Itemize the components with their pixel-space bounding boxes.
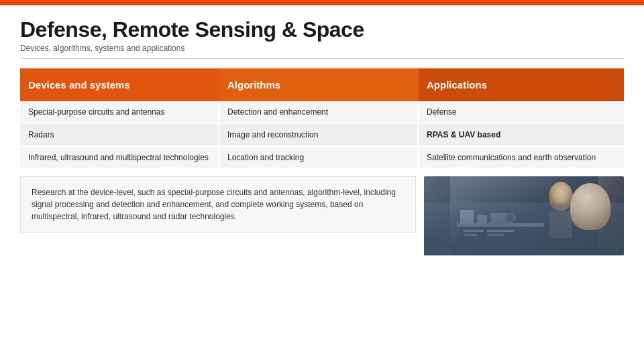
table-header-row: Devices and systems Algorithms Applicati… [20, 68, 624, 101]
row1-col1: Special-purpose circuits and antennas [20, 101, 219, 124]
svg-point-8 [505, 213, 516, 223]
row3-col3: Satellite communications and earth obser… [419, 147, 624, 170]
page-header: Defense, Remote Sensing & Space Devices,… [0, 5, 644, 58]
svg-rect-12 [464, 234, 477, 236]
page-title: Defense, Remote Sensing & Space [20, 17, 624, 42]
image-placeholder [424, 176, 624, 255]
col-header-devices: Devices and systems [20, 68, 219, 101]
col-header-algorithms: Algorithms [219, 68, 419, 101]
description-box: Research at the device-level, such as sp… [20, 176, 416, 233]
svg-rect-4 [457, 223, 544, 227]
svg-rect-7 [490, 213, 507, 225]
row2-col2: Image and reconstruction [219, 124, 419, 147]
table-row: Special-purpose circuits and antennas De… [20, 101, 624, 124]
row2-col3: RPAS & UAV based [419, 124, 624, 147]
row2-col1: Radars [20, 124, 219, 147]
svg-rect-1 [450, 176, 598, 255]
svg-rect-5 [460, 210, 474, 225]
description-text: Research at the device-level, such as sp… [32, 188, 396, 221]
lab-svg [424, 176, 624, 255]
svg-rect-13 [487, 230, 514, 232]
row3-col1: Infrared, ultrasound and multispectral t… [20, 147, 219, 170]
table-row: Infrared, ultrasound and multispectral t… [20, 147, 624, 170]
svg-rect-6 [477, 215, 487, 225]
svg-point-9 [507, 215, 514, 221]
table-row: Radars Image and reconstruction RPAS & U… [20, 124, 624, 147]
page-subtitle: Devices, algorithms, systems and applica… [20, 44, 624, 53]
row1-col3: Defense [419, 101, 624, 124]
svg-rect-11 [464, 230, 484, 232]
lab-image [424, 176, 624, 255]
svg-rect-3 [549, 211, 572, 238]
category-table: Devices and systems Algorithms Applicati… [20, 68, 624, 170]
col-header-applications: Applications [419, 68, 624, 101]
top-bar [0, 0, 644, 5]
svg-rect-10 [460, 227, 534, 247]
bottom-section: Research at the device-level, such as sp… [20, 176, 624, 255]
row3-col2: Location and tracking [219, 147, 419, 170]
row1-col2: Detection and enhancement [219, 101, 419, 124]
svg-point-2 [549, 182, 573, 211]
svg-rect-14 [487, 234, 504, 236]
